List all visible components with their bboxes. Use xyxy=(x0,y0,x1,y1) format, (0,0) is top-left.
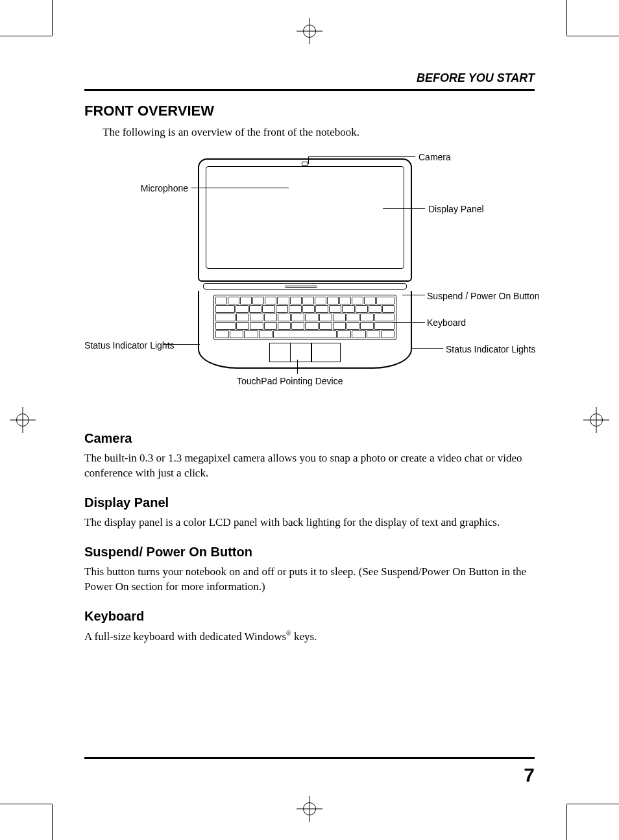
para-camera: The built-in 0.3 or 1.3 megapixel camera… xyxy=(84,451,535,481)
crop-mark xyxy=(0,36,52,36)
label-suspend: Suspend / Power On Button xyxy=(427,290,531,302)
label-camera: Camera xyxy=(419,152,451,162)
crop-mark xyxy=(566,804,567,840)
crop-mark xyxy=(0,804,52,804)
section-title: FRONT OVERVIEW xyxy=(84,103,535,119)
page: BEFORE YOU START FRONT OVERVIEW The foll… xyxy=(52,36,567,804)
label-touchpad: TouchPad Pointing Device xyxy=(237,376,343,386)
heading-keyboard: Keyboard xyxy=(84,609,535,624)
label-keyboard: Keyboard xyxy=(427,317,466,328)
running-head: BEFORE YOU START xyxy=(84,71,535,91)
heading-display: Display Panel xyxy=(84,495,535,510)
intro-text: The following is an overview of the fron… xyxy=(103,126,535,139)
para-suspend: This button turns your notebook on and o… xyxy=(84,565,535,595)
label-status-right: Status Indicator Lights xyxy=(446,343,537,355)
front-overview-figure: Camera Microphone Display Panel Suspend … xyxy=(84,152,535,412)
notebook-illustration xyxy=(198,158,412,369)
crop-mark xyxy=(52,0,53,36)
crop-mark xyxy=(52,804,53,840)
label-microphone: Microphone xyxy=(97,183,188,193)
registration-mark xyxy=(583,407,609,433)
registration-mark xyxy=(10,407,36,433)
heading-suspend: Suspend/ Power On Button xyxy=(84,545,535,560)
label-status-left: Status Indicator Lights xyxy=(84,340,162,351)
crop-mark xyxy=(567,804,619,804)
label-display-panel: Display Panel xyxy=(428,204,484,214)
para-display: The display panel is a color LCD panel w… xyxy=(84,515,535,530)
crop-mark xyxy=(566,0,567,36)
footer-rule xyxy=(84,757,535,759)
crop-mark xyxy=(567,36,619,36)
para-keyboard: A full-size keyboard with dedicated Wind… xyxy=(84,629,535,645)
heading-camera: Camera xyxy=(84,431,535,446)
page-number: 7 xyxy=(524,764,535,786)
